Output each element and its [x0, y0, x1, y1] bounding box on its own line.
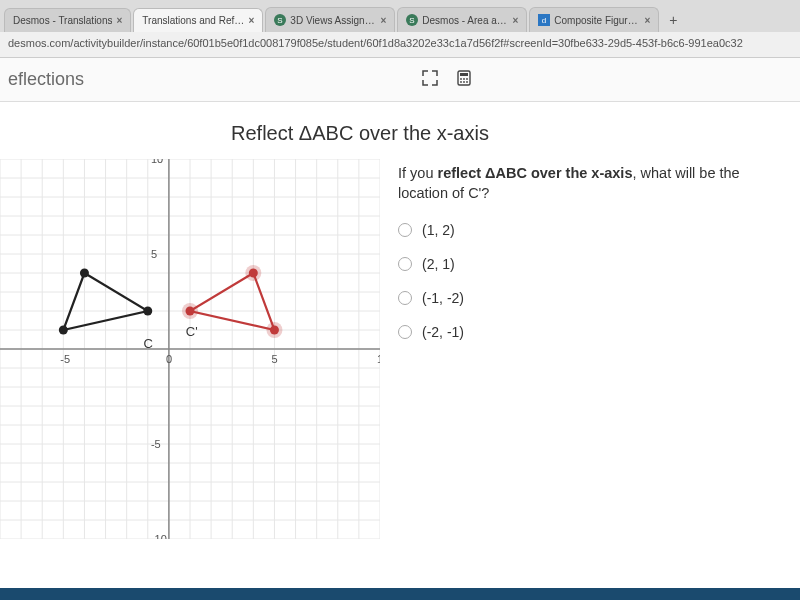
svg-text:-5: -5 [151, 438, 161, 450]
svg-point-65 [80, 269, 89, 278]
svg-point-9 [463, 78, 465, 80]
svg-text:S: S [410, 16, 415, 25]
vertex-label-c: C [144, 336, 153, 351]
content-area: Reflect ΔABC over the x-axis -50510-10-5… [0, 102, 800, 600]
option-2[interactable]: (-1, -2) [398, 290, 780, 306]
prompt-area: If you reflect ΔABC over the x-axis, wha… [380, 159, 800, 539]
option-label: (1, 2) [422, 222, 455, 238]
question-title: Reflect ΔABC over the x-axis [0, 122, 800, 145]
svg-point-67 [59, 326, 68, 335]
calculator-icon[interactable] [456, 70, 472, 89]
option-label: (2, 1) [422, 256, 455, 272]
close-icon[interactable]: × [248, 15, 254, 26]
header-tools [422, 70, 472, 89]
coordinate-graph[interactable]: -50510-10-5510 C C' [0, 159, 380, 539]
tab-2[interactable]: S 3D Views Assignment × [265, 7, 395, 32]
tab-label: Translations and Reflec [142, 15, 244, 26]
tab-1[interactable]: Translations and Reflec × [133, 8, 263, 32]
option-3[interactable]: (-2, -1) [398, 324, 780, 340]
svg-text:S: S [278, 16, 283, 25]
browser-tab-bar: Desmos - Translations × Translations and… [0, 0, 800, 32]
option-label: (-1, -2) [422, 290, 464, 306]
svg-point-74 [270, 326, 279, 335]
svg-point-66 [143, 307, 152, 316]
svg-point-10 [466, 78, 468, 80]
svg-text:5: 5 [151, 248, 157, 260]
prompt-text: If you reflect ΔABC over the x-axis, wha… [398, 163, 780, 204]
tab-0[interactable]: Desmos - Translations × [4, 8, 131, 32]
svg-text:-10: -10 [151, 533, 167, 539]
option-1[interactable]: (2, 1) [398, 256, 780, 272]
svg-text:5: 5 [271, 353, 277, 365]
radio-icon [398, 223, 412, 237]
tab-3[interactable]: S Desmos - Area and Pe × [397, 7, 527, 32]
svg-text:10: 10 [151, 159, 163, 165]
close-icon[interactable]: × [380, 15, 386, 26]
option-label: (-2, -1) [422, 324, 464, 340]
svg-text:10: 10 [377, 353, 380, 365]
favicon-s-icon: S [406, 14, 418, 26]
tab-label: Composite Figures As [554, 15, 640, 26]
prompt-bold: reflect ΔABC over the x-axis [438, 165, 633, 181]
svg-rect-7 [460, 73, 468, 76]
svg-point-70 [249, 269, 258, 278]
taskbar-strip [0, 588, 800, 600]
tab-4[interactable]: d Composite Figures As × [529, 7, 659, 32]
app-header: eflections [0, 58, 800, 102]
url-bar[interactable]: desmos.com/activitybuilder/instance/60f0… [0, 32, 800, 58]
prompt-prefix: If you [398, 165, 438, 181]
option-0[interactable]: (1, 2) [398, 222, 780, 238]
tab-label: 3D Views Assignment [290, 15, 376, 26]
radio-icon [398, 291, 412, 305]
fullscreen-icon[interactable] [422, 70, 438, 89]
svg-text:-5: -5 [60, 353, 70, 365]
svg-point-13 [466, 81, 468, 83]
svg-text:0: 0 [166, 353, 172, 365]
svg-point-8 [460, 78, 462, 80]
radio-icon [398, 325, 412, 339]
tab-label: Desmos - Translations [13, 15, 112, 26]
page-title: eflections [8, 69, 84, 90]
close-icon[interactable]: × [512, 15, 518, 26]
svg-point-12 [463, 81, 465, 83]
close-icon[interactable]: × [116, 15, 122, 26]
tab-label: Desmos - Area and Pe [422, 15, 508, 26]
close-icon[interactable]: × [644, 15, 650, 26]
new-tab-button[interactable]: + [661, 8, 685, 32]
favicon-s-icon: S [274, 14, 286, 26]
favicon-d-icon: d [538, 14, 550, 26]
vertex-label-c-prime: C' [186, 324, 198, 339]
svg-point-11 [460, 81, 462, 83]
options-list: (1, 2) (2, 1) (-1, -2) (-2, -1) [398, 222, 780, 340]
radio-icon [398, 257, 412, 271]
svg-point-72 [186, 307, 195, 316]
svg-text:d: d [542, 16, 546, 25]
